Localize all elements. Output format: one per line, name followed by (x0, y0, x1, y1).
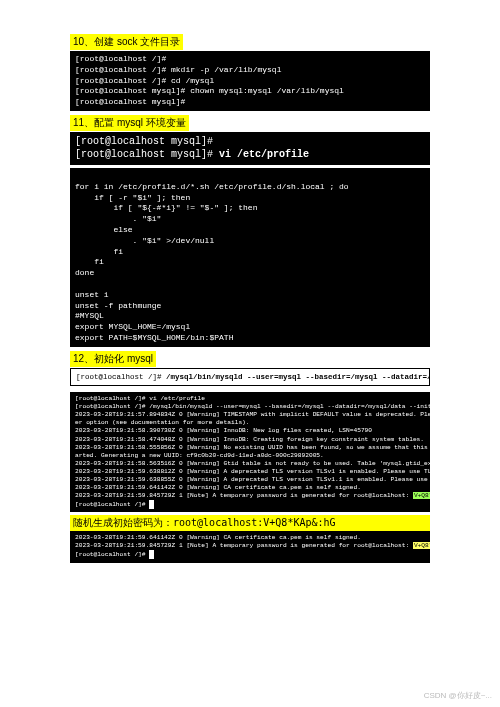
prompt: [root@localhost mysql]# (75, 149, 219, 160)
terminal-block-12-log2: 2023-03-28T19:21:59.641142Z 0 [Warning] … (70, 531, 430, 562)
cmd-text: /mysql/bin/mysqld --user=mysql --basedir… (166, 373, 430, 381)
prompt: [root@localhost mysql]# (75, 97, 185, 106)
log-line: 2023-03-28T19:21:58.390730Z 0 [Warning] … (75, 427, 372, 434)
note-password: root@localhost:V+Q8*KAp&:hG (173, 517, 336, 528)
cmd-text: cd /mysql (171, 76, 214, 85)
prompt: [root@localhost /]# (75, 501, 149, 508)
log-line: 2023-03-28T19:21:59.845729Z 1 [Note] A t… (75, 492, 413, 499)
section-10-heading: 10、创建 sock 文件目录 (70, 34, 183, 50)
prompt: [root@localhost mysql]# (75, 136, 219, 147)
log-line: 2023-03-28T19:21:59.845729Z 1 [Note] A t… (75, 542, 413, 549)
terminal-block-11a: [root@localhost mysql]# [root@localhost … (70, 132, 430, 165)
log-line: 2023-03-28T19:21:59.641142Z 0 [Warning] … (75, 534, 361, 541)
section-11-heading: 11、配置 mysql 环境变量 (70, 115, 189, 131)
password-highlight: V+Q8*KAp&:hG (413, 492, 430, 499)
log-line: 2023-03-28T19:21:59.641142Z 0 [Warning] … (75, 484, 361, 491)
terminal-block-11b: for i in /etc/profile.d/*.sh /etc/profil… (70, 168, 430, 347)
log-line: 2023-03-28T19:21:58.563516Z 0 [Warning] … (75, 460, 430, 467)
note-text: 随机生成初始密码为： (73, 517, 173, 528)
cmd-text: chown mysql:mysql /var/lib/mysql (190, 86, 344, 95)
log-line: arted. Generating a new UUID: cf9c0b20-c… (75, 452, 324, 459)
prompt: [root@localhost mysql]# (75, 86, 190, 95)
cmd-text: mkdir -p /var/lib/mysql (171, 65, 281, 74)
prompt: [root@localhost /]# (75, 54, 171, 63)
terminal-block-12-cmd: [root@localhost /]# /mysql/bin/mysqld --… (70, 368, 430, 387)
log-line: 2023-03-28T19:21:59.638812Z 0 [Warning] … (75, 468, 430, 475)
prompt: [root@localhost /]# (75, 76, 171, 85)
cursor-icon (149, 550, 154, 559)
password-note: 随机生成初始密码为：root@localhost:V+Q8*KAp&:hG (70, 515, 430, 531)
log-line: 2023-03-28T19:21:58.555856Z 0 [Warning] … (75, 444, 430, 451)
terminal-block-10: [root@localhost /]# [root@localhost /]# … (70, 51, 430, 111)
prompt: [root@localhost /]# (75, 65, 171, 74)
log-line: [root@localhost /]# vi /etc/profile (75, 395, 205, 402)
log-line: er option (see documentation for more de… (75, 419, 250, 426)
log-line: 2023-03-28T19:21:58.474048Z 0 [Warning] … (75, 436, 424, 443)
log-line: 2023-03-28T19:21:57.894834Z 0 [Warning] … (75, 411, 430, 418)
cmd-text: vi /etc/profile (219, 149, 309, 160)
log-line: 2023-03-28T19:21:59.638855Z 0 [Warning] … (75, 476, 430, 483)
password-highlight: V+Q8*KAp&:hG (413, 542, 430, 549)
terminal-block-12-log: [root@localhost /]# vi /etc/profile [roo… (70, 392, 430, 512)
prompt: [root@localhost /]# (75, 552, 149, 559)
log-line: [root@localhost /]# /mysql/bin/mysqld --… (75, 403, 430, 410)
section-12-heading: 12、初始化 mysql (70, 351, 156, 367)
cursor-icon (149, 500, 154, 509)
watermark: CSDN @你好皮~... (424, 690, 492, 701)
prompt: [root@localhost /]# (76, 373, 166, 381)
